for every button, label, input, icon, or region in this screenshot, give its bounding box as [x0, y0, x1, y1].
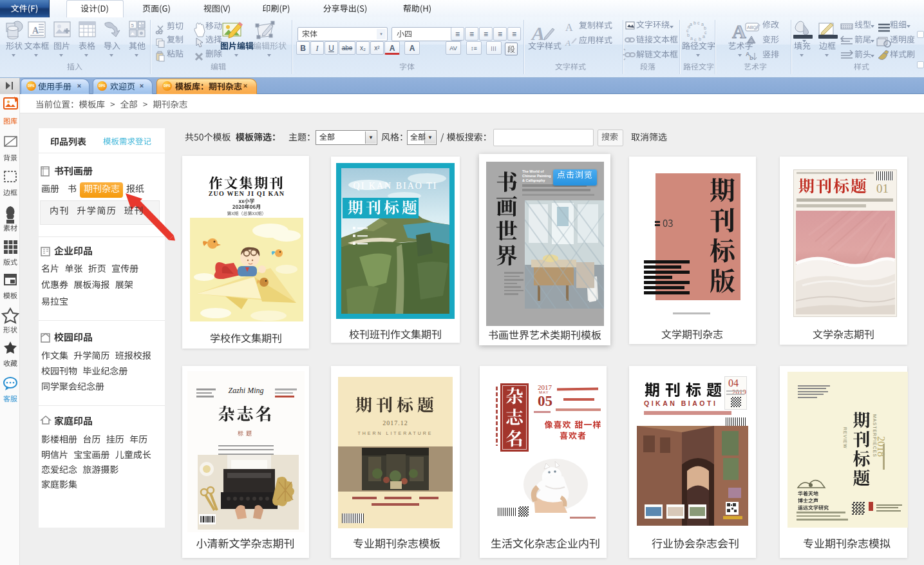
svg-text:A: A [565, 38, 570, 48]
svg-text:c: c [697, 21, 700, 25]
svg-text:A: A [32, 26, 39, 35]
svg-text:b: b [693, 21, 696, 25]
svg-text:5: 5 [131, 23, 135, 28]
svg-text:c: c [686, 28, 689, 33]
svg-text:b: b [704, 26, 706, 30]
svg-text:c: c [694, 37, 697, 42]
svg-text:A: A [565, 22, 573, 33]
svg-text:A: A [531, 23, 545, 44]
svg-text:a: a [690, 36, 693, 41]
svg-text:d: d [688, 24, 690, 29]
svg-text:b: b [750, 55, 753, 61]
svg-text:a: a [702, 34, 705, 39]
svg-text:A: A [732, 21, 746, 42]
svg-text:b: b [699, 37, 701, 41]
svg-text:b: b [687, 33, 690, 37]
